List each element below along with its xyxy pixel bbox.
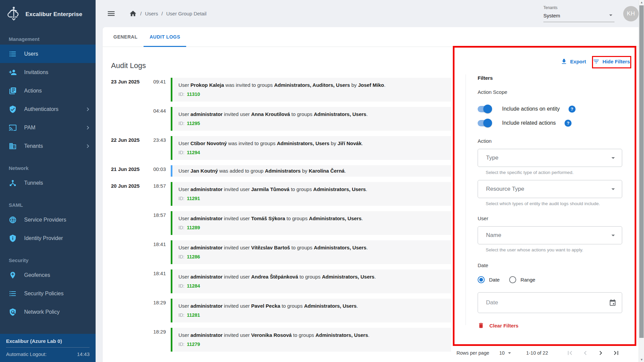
audit-log-row: 18:57 User administrator invited user To… — [111, 211, 451, 235]
helper-text: Select which types of entity the audit l… — [478, 201, 622, 206]
log-message: User administrator invited user Vítězsla… — [178, 245, 445, 250]
log-entry-card[interactable]: User administrator invited user Jarmila … — [171, 182, 451, 206]
avatar[interactable]: KH — [623, 6, 639, 21]
export-button[interactable]: Export — [560, 58, 586, 65]
bulleted-list-icon — [9, 290, 17, 298]
log-id: ID:11289 — [178, 225, 445, 230]
log-id: ID:11284 — [178, 283, 445, 289]
previous-page-button[interactable] — [581, 349, 589, 357]
toggle-switch[interactable] — [478, 106, 491, 112]
sidebar-item-security-policies[interactable]: Security Policies — [0, 284, 96, 303]
sidebar-item-users[interactable]: Users — [0, 45, 96, 63]
pagination-range: 1-10 of 22 — [526, 350, 548, 356]
download-icon — [560, 58, 568, 65]
device-hub-icon — [9, 179, 17, 187]
log-entry-card[interactable]: User administrator invited user Pavel Pe… — [171, 299, 451, 322]
log-entry-card[interactable]: User administrator invited user Veronika… — [171, 328, 451, 352]
scroll-down-icon[interactable]: ▼ — [639, 358, 644, 361]
auto-logout-time: 14:43 — [77, 351, 90, 357]
sidebar-item-identity-provider[interactable]: Identity Provider — [0, 229, 96, 247]
log-time: 18:29 — [153, 328, 171, 352]
excalibur-logo-icon — [5, 6, 22, 23]
toggle-switch[interactable] — [478, 120, 491, 126]
log-date: 22 Jun 2025 — [111, 136, 153, 160]
audit-log-row: 22 Jun 2025 23:43 User Ctibor Novotný wa… — [111, 136, 451, 160]
log-entry-card[interactable]: User Jan Koutný was added to group Admin… — [171, 165, 451, 177]
log-entry-card[interactable]: User administrator invited user Anna Kro… — [171, 107, 451, 131]
select-type[interactable]: Type — [478, 149, 622, 167]
tab-bar: GENERALAUDIT LOGS — [103, 27, 639, 47]
sidebar-item-geofences[interactable]: Geofences — [0, 266, 96, 284]
sidebar-item-tunnels[interactable]: Tunnels — [0, 174, 96, 192]
log-id: ID:11281 — [178, 312, 445, 318]
log-message: User administrator invited user Anna Kro… — [178, 111, 445, 117]
select-name[interactable]: Name — [478, 226, 622, 244]
panel-divider — [466, 74, 466, 325]
sidebar-section-label: Network — [0, 165, 96, 171]
tenant-value-row[interactable]: System — [543, 11, 614, 22]
hide-filters-button[interactable]: Hide Filters — [593, 58, 630, 65]
help-icon[interactable]: ? — [565, 120, 572, 127]
tab-audit-logs[interactable]: AUDIT LOGS — [144, 27, 186, 47]
sidebar-item-pam[interactable]: PAM — [0, 118, 96, 137]
tenant-select[interactable]: Tenants System — [543, 5, 614, 22]
tenants-label: Tenants — [543, 5, 614, 10]
scrollbar[interactable]: ▲ ▼ — [639, 0, 644, 362]
radio-option-date[interactable]: Date — [478, 276, 500, 283]
filter-groups: ActionTypeSelect the specific type of ac… — [478, 138, 622, 252]
last-page-button[interactable] — [612, 349, 620, 357]
chevron-down-icon — [609, 231, 617, 239]
log-id: ID:11310 — [178, 92, 445, 97]
sidebar-item-service-providers[interactable]: Service Providers — [0, 210, 96, 229]
sidebar-item-tenants[interactable]: Tenants — [0, 137, 96, 155]
menu-icon[interactable] — [107, 9, 116, 18]
log-time: 04:44 — [153, 107, 171, 131]
tab-general[interactable]: GENERAL — [107, 27, 144, 47]
date-input[interactable]: Date — [478, 292, 622, 313]
first-page-button[interactable] — [566, 349, 574, 357]
log-date — [111, 240, 153, 264]
log-entry-card[interactable]: User administrator invited user Vítězsla… — [171, 240, 451, 264]
log-time: 00:03 — [153, 165, 171, 177]
calendar-icon[interactable] — [609, 299, 616, 307]
sidebar-section-label: Management — [0, 36, 96, 42]
sidebar-item-network-policy[interactable]: Network Policy — [0, 303, 96, 321]
radio-option-range[interactable]: Range — [509, 276, 535, 283]
sidebar-item-authenticators[interactable]: Authenticators — [0, 100, 96, 118]
sidebar: Excalibur Enterprise Management Users In… — [0, 0, 96, 362]
clear-filters-button[interactable]: Clear Filters — [478, 322, 622, 329]
page-title: Audit Logs — [111, 61, 146, 70]
audit-log-row: 20 Jun 2025 18:57 User administrator inv… — [111, 182, 451, 206]
sidebar-item-invitations[interactable]: Invitations — [0, 63, 96, 81]
content-area: Audit Logs Export Hide Filters 23 Jun 20… — [103, 47, 639, 362]
chevron-right-icon — [84, 142, 92, 150]
pagination: Rows per page 10 1-10 of 22 — [457, 347, 624, 359]
breadcrumb-item-user-group-detail[interactable]: User Group Detail — [166, 11, 207, 16]
scrollbar-thumb[interactable] — [639, 5, 644, 338]
log-entry-card[interactable]: User Prokop Kaleja was invited to groups… — [171, 78, 451, 102]
log-entry-card[interactable]: User Ctibor Novotný was invited to group… — [171, 136, 451, 160]
sidebar-item-actions[interactable]: Actions — [0, 81, 96, 100]
log-id: ID:11294 — [178, 150, 445, 155]
log-entry-card[interactable]: User administrator invited user Tomáš Sý… — [171, 211, 451, 235]
rows-per-page-select[interactable]: 10 — [499, 350, 513, 356]
chevron-down-icon — [607, 11, 614, 20]
help-icon[interactable]: ? — [569, 106, 576, 113]
breadcrumb: /Users/User Group Detail — [140, 11, 207, 16]
shield-info-icon — [9, 234, 17, 242]
chevron-right-icon — [84, 124, 92, 131]
log-time: 18:57 — [153, 211, 171, 235]
toggle-row: Include actions on entity ? — [478, 102, 622, 116]
home-icon[interactable] — [129, 10, 137, 17]
select-resource-type[interactable]: Resource Type — [478, 180, 622, 198]
audit-log-row: 21 Jun 2025 00:03 User Jan Koutný was ad… — [111, 165, 451, 177]
log-date — [111, 328, 153, 352]
log-message: User administrator invited user Andrea Š… — [178, 274, 445, 280]
next-page-button[interactable] — [597, 349, 605, 357]
tenant-selected-value: System — [543, 13, 560, 18]
log-entry-card[interactable]: User administrator invited user Andrea Š… — [171, 269, 451, 293]
breadcrumb-item-users[interactable]: Users — [145, 11, 158, 16]
person-add-icon — [9, 68, 17, 76]
export-label: Export — [570, 59, 586, 64]
scroll-up-icon[interactable]: ▲ — [639, 1, 644, 4]
